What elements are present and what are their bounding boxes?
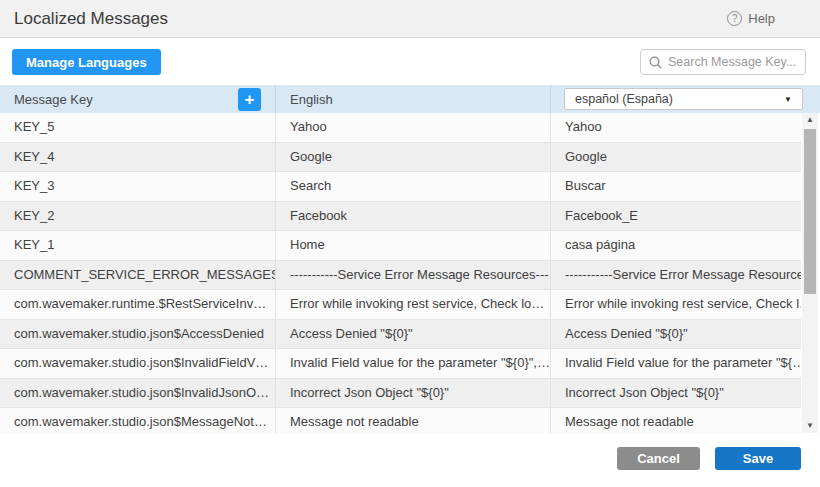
cell-spanish[interactable]: Error while invoking rest service, Check… [550,290,801,319]
column-header-english: English [275,85,550,113]
cell-english[interactable]: Message not readable [275,408,550,433]
table-row: com.wavemaker.studio.json$InvalidJsonO…I… [0,379,801,409]
message-key-header-label: Message Key [14,92,93,107]
cell-key[interactable]: KEY_5 [0,113,275,142]
cell-english[interactable]: Search [275,172,550,201]
cell-spanish[interactable]: Invalid Field value for the parameter "$… [550,349,801,378]
table-scrollbar[interactable]: ▲ ▼ [802,113,818,433]
help-link[interactable]: ? Help [727,11,806,26]
cell-key[interactable]: com.wavemaker.studio.json$AccessDenied [0,320,275,349]
table-row: KEY_1Homecasa página [0,231,801,261]
help-label: Help [748,11,775,26]
manage-languages-button[interactable]: Manage Languages [12,49,161,75]
cell-spanish[interactable]: Yahoo [550,113,801,142]
table-row: KEY_5YahooYahoo [0,113,801,143]
cell-key[interactable]: com.wavemaker.studio.json$InvalidFieldV… [0,349,275,378]
scroll-down-icon[interactable]: ▼ [802,419,818,433]
table-row: KEY_4GoogleGoogle [0,143,801,173]
column-header-language: español (España) ▼ [550,85,820,113]
cell-spanish[interactable]: -----------Service Error Message Resourc… [550,261,801,290]
cell-key[interactable]: COMMENT_SERVICE_ERROR_MESSAGES [0,261,275,290]
scrollbar-thumb[interactable] [804,129,816,294]
cell-english[interactable]: Facebook [275,202,550,231]
cell-spanish[interactable]: Message not readable [550,408,801,433]
cell-spanish[interactable]: Buscar [550,172,801,201]
cell-english[interactable]: Invalid Field value for the parameter "$… [275,349,550,378]
help-icon: ? [727,11,742,26]
cancel-button[interactable]: Cancel [617,447,700,470]
save-button[interactable]: Save [715,447,801,470]
language-select[interactable]: español (España) ▼ [564,88,803,110]
toolbar: Manage Languages [0,38,820,85]
cell-spanish[interactable]: Incorrect Json Object "${0}" [550,379,801,408]
english-header-label: English [290,92,333,107]
cell-key[interactable]: KEY_2 [0,202,275,231]
cell-key[interactable]: com.wavemaker.studio.json$InvalidJsonO… [0,379,275,408]
search-icon [649,56,662,69]
cell-key[interactable]: com.wavemaker.runtime.$RestServiceInv… [0,290,275,319]
table-row: com.wavemaker.runtime.$RestServiceInv…Er… [0,290,801,320]
page-title: Localized Messages [14,9,168,29]
titlebar: Localized Messages ? Help [0,0,820,38]
cell-key[interactable]: KEY_4 [0,143,275,172]
cell-english[interactable]: Error while invoking rest service, Check… [275,290,550,319]
cell-spanish[interactable]: Facebook_E [550,202,801,231]
cell-english[interactable]: -----------Service Error Message Resourc… [275,261,550,290]
cell-key[interactable]: com.wavemaker.studio.json$MessageNot… [0,408,275,433]
cell-spanish[interactable]: casa página [550,231,801,260]
table-row: COMMENT_SERVICE_ERROR_MESSAGES----------… [0,261,801,291]
table-row: com.wavemaker.studio.json$AccessDeniedAc… [0,320,801,350]
table-header: Message Key + English español (España) ▼ [0,85,820,113]
table-row: com.wavemaker.studio.json$MessageNot…Mes… [0,408,801,433]
table-body: KEY_5YahooYahooKEY_4GoogleGoogleKEY_3Sea… [0,113,801,433]
cell-spanish[interactable]: Access Denied "${0}" [550,320,801,349]
cell-english[interactable]: Home [275,231,550,260]
localized-messages-dialog: Localized Messages ? Help Manage Languag… [0,0,820,487]
cell-spanish[interactable]: Google [550,143,801,172]
cell-key[interactable]: KEY_3 [0,172,275,201]
cell-english[interactable]: Incorrect Json Object "${0}" [275,379,550,408]
chevron-down-icon: ▼ [784,95,792,104]
column-header-message-key: Message Key + [0,85,275,113]
search-box[interactable] [640,49,806,75]
cell-english[interactable]: Google [275,143,550,172]
table-row: KEY_3SearchBuscar [0,172,801,202]
table-row: com.wavemaker.studio.json$InvalidFieldV…… [0,349,801,379]
table-row: KEY_2FacebookFacebook_E [0,202,801,232]
cell-key[interactable]: KEY_1 [0,231,275,260]
search-input[interactable] [668,55,797,69]
language-select-value: español (España) [575,92,673,106]
cell-english[interactable]: Yahoo [275,113,550,142]
cell-english[interactable]: Access Denied "${0}" [275,320,550,349]
scroll-up-icon[interactable]: ▲ [802,113,818,127]
add-key-button[interactable]: + [238,88,261,111]
